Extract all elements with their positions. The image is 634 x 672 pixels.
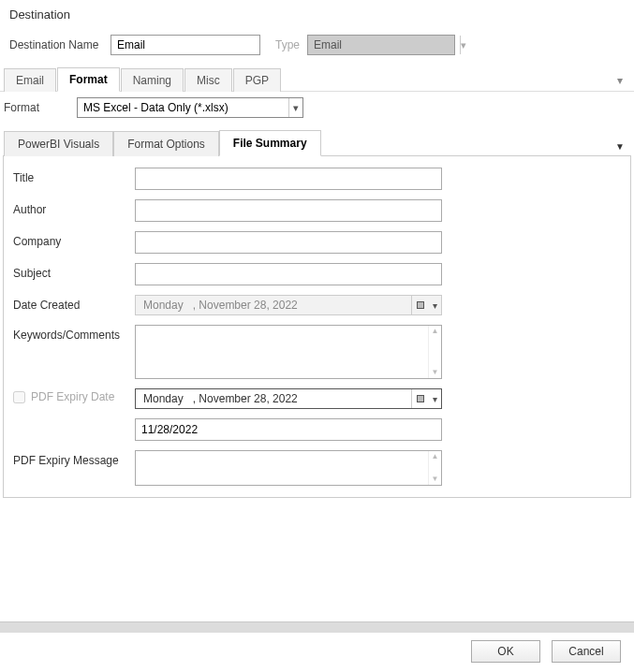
tab-email[interactable]: Email [4, 68, 56, 92]
footer-separator [0, 621, 634, 633]
title-label: Title [13, 168, 135, 184]
tab-pgp[interactable]: PGP [233, 68, 281, 92]
subtab-powerbi-visuals[interactable]: PowerBI Visuals [4, 131, 113, 156]
subject-input[interactable] [135, 263, 442, 285]
tab-misc[interactable]: Misc [184, 68, 232, 92]
cancel-button[interactable]: Cancel [552, 640, 621, 663]
date-created-input [136, 296, 411, 314]
pdf-expiry-checkbox-label: PDF Expiry Date [31, 390, 114, 403]
scroll-up-icon[interactable]: ▲ [429, 328, 441, 335]
tabs-overflow-icon[interactable]: ▾ [610, 70, 630, 91]
scrollbar[interactable]: ▲ ▼ [428, 451, 441, 485]
scroll-up-icon[interactable]: ▲ [429, 453, 441, 460]
date-created-label: Date Created [13, 295, 135, 312]
subject-label: Subject [13, 263, 135, 280]
subtab-format-options[interactable]: Format Options [113, 131, 219, 156]
title-input[interactable] [135, 168, 442, 190]
author-label: Author [13, 199, 135, 216]
author-input[interactable] [135, 199, 442, 222]
file-summary-panel: Title Author Company Subject Date Create… [3, 155, 631, 498]
chevron-down-icon: ▾ [428, 296, 441, 314]
window-title: Destination [0, 0, 634, 27]
format-select[interactable] [78, 98, 288, 117]
spacer [13, 418, 135, 422]
chevron-down-icon[interactable]: ▾ [288, 98, 302, 117]
ok-button[interactable]: OK [471, 640, 540, 663]
destination-type-select [308, 36, 460, 54]
calendar-icon[interactable] [411, 389, 428, 408]
company-label: Company [13, 231, 135, 248]
calendar-icon [411, 296, 428, 314]
keywords-label: Keywords/Comments [13, 325, 135, 342]
chevron-down-icon[interactable]: ▾ [428, 389, 441, 408]
pdf-expiry-message-textarea[interactable] [136, 451, 428, 485]
pdf-expiry-message-label: PDF Expiry Message [13, 450, 135, 467]
format-label: Format [4, 101, 69, 114]
sub-tabs: PowerBI Visuals Format Options File Summ… [0, 129, 634, 155]
tab-naming[interactable]: Naming [121, 68, 184, 92]
destination-name-input[interactable] [111, 35, 260, 55]
pdf-expiry-checkbox [13, 391, 25, 403]
company-input[interactable] [135, 231, 442, 254]
tab-format[interactable]: Format [57, 67, 120, 92]
pdf-expiry-short-date-input[interactable] [135, 418, 442, 441]
keywords-textarea[interactable] [136, 326, 428, 378]
destination-name-label: Destination Name [9, 38, 103, 51]
main-tabs: Email Format Naming Misc PGP ▾ [0, 66, 634, 92]
destination-type-label: Type [275, 38, 300, 51]
scrollbar[interactable]: ▲ ▼ [428, 326, 441, 378]
pdf-expiry-date-input[interactable] [136, 389, 411, 408]
subtab-file-summary[interactable]: File Summary [219, 130, 321, 156]
subtabs-overflow-icon[interactable]: ▼ [610, 138, 630, 155]
chevron-down-icon: ▾ [460, 36, 466, 54]
scroll-down-icon[interactable]: ▼ [429, 475, 441, 483]
scroll-down-icon[interactable]: ▼ [429, 369, 441, 376]
